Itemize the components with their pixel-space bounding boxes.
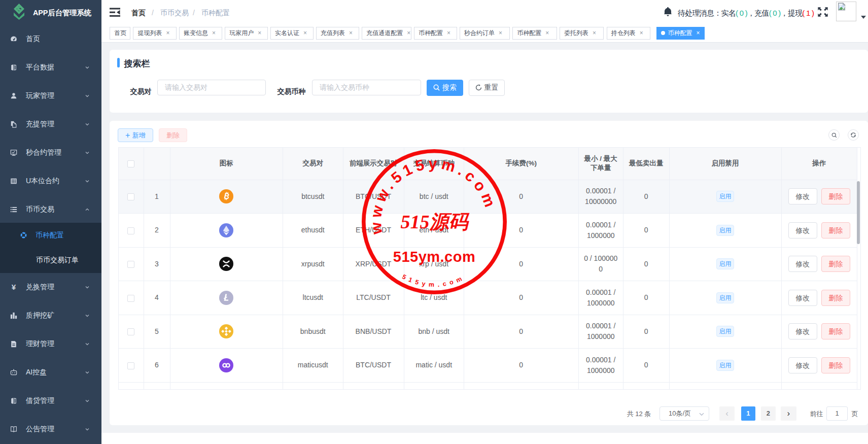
svg-text:¥: ¥	[12, 284, 16, 291]
